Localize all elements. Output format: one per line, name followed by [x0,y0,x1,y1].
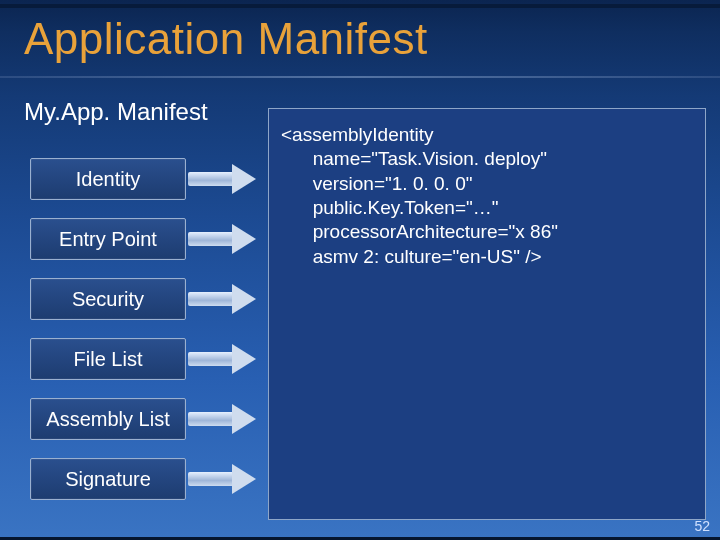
arrow-icon [188,288,258,310]
arrow-icon [188,228,258,250]
code-line: processorArchitecture="x 86" [281,221,558,242]
code-line: asmv 2: culture="en-US" /> [281,246,542,267]
xml-code-panel: <assemblyIdentity name="Task.Vision. dep… [268,108,706,520]
slide-title: Application Manifest [24,14,428,64]
code-line: public.Key.Token="…" [281,197,499,218]
title-underline [0,76,720,78]
xml-code: <assemblyIdentity name="Task.Vision. dep… [281,123,693,269]
arrow-icon [188,468,258,490]
code-line: version="1. 0. 0. 0" [281,173,472,194]
part-identity: Identity [30,158,186,200]
code-line: name="Task.Vision. deploy" [281,148,547,169]
top-divider [0,4,720,8]
part-assembly-list: Assembly List [30,398,186,440]
code-line: <assemblyIdentity [281,124,434,145]
slide: Application Manifest My.App. Manifest Id… [0,0,720,540]
manifest-parts-list: Identity Entry Point Security File List … [30,158,190,518]
part-entry-point: Entry Point [30,218,186,260]
part-signature: Signature [30,458,186,500]
manifest-filename: My.App. Manifest [24,98,208,126]
arrow-icon [188,408,258,430]
part-file-list: File List [30,338,186,380]
arrow-icon [188,168,258,190]
arrow-icon [188,348,258,370]
page-number: 52 [694,518,710,534]
part-security: Security [30,278,186,320]
